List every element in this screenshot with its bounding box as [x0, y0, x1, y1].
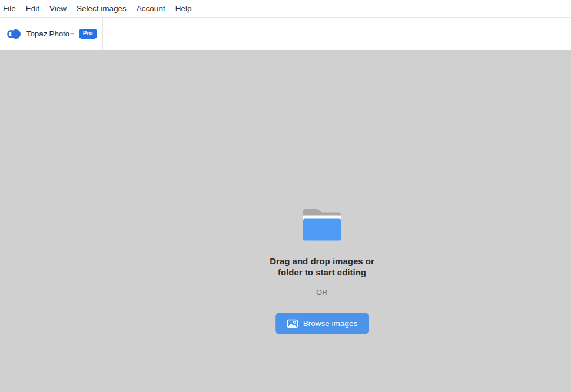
- topaz-logo-icon: [6, 29, 21, 39]
- image-icon: [287, 319, 298, 328]
- menu-bar: File Edit View Select images Account Hel…: [0, 0, 571, 18]
- menu-edit[interactable]: Edit: [26, 4, 39, 13]
- header-divider: [102, 18, 103, 50]
- drop-zone-content: Drag and drop images or folder to start …: [270, 50, 374, 334]
- browse-images-button[interactable]: Browse images: [275, 313, 369, 334]
- brand: Topaz Photo™ Pro: [6, 29, 97, 39]
- menu-select-images[interactable]: Select images: [77, 4, 127, 13]
- trademark-mark: ™: [70, 31, 74, 37]
- menu-help[interactable]: Help: [175, 4, 192, 13]
- or-divider-label: OR: [316, 288, 327, 297]
- pro-badge: Pro: [79, 29, 97, 39]
- dropzone-title-line1: Drag and drop images or: [270, 255, 374, 267]
- browse-images-label: Browse images: [303, 319, 357, 328]
- dropzone-title: Drag and drop images or folder to start …: [270, 255, 374, 278]
- app-header: Topaz Photo™ Pro: [0, 18, 571, 50]
- folder-icon: [301, 207, 343, 243]
- brand-name: Topaz Photo: [26, 29, 69, 38]
- dropzone-title-line2: folder to start editing: [270, 267, 374, 278]
- drop-zone[interactable]: Drag and drop images or folder to start …: [0, 50, 571, 392]
- menu-account[interactable]: Account: [137, 4, 165, 13]
- menu-file[interactable]: File: [3, 4, 16, 13]
- menu-view[interactable]: View: [49, 4, 67, 13]
